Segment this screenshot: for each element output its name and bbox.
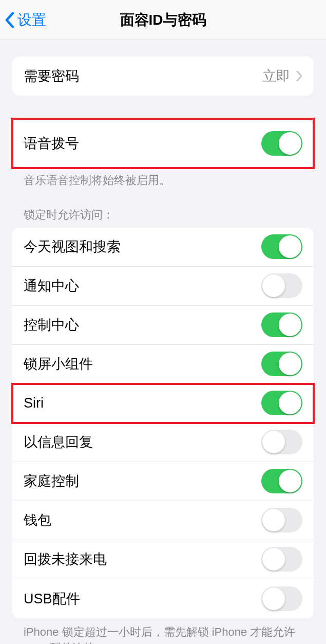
voice-dial-footer: 音乐语音控制将始终被启用。 xyxy=(12,167,314,189)
nav-header: 设置 面容ID与密码 xyxy=(0,0,326,40)
allow-access-toggle[interactable] xyxy=(261,352,302,376)
allow-access-label: 钱包 xyxy=(24,511,51,529)
require-passcode-row[interactable]: 需要密码 立即 xyxy=(12,57,314,96)
allow-access-label: 通知中心 xyxy=(24,277,79,295)
allow-access-group: 今天视图和搜索通知中心控制中心锁屏小组件Siri以信息回复家庭控制钱包回拨未接来… xyxy=(12,228,314,618)
allow-access-footer: iPhone 锁定超过一小时后，需先解锁 iPhone 才能允许USB 配件连接… xyxy=(12,618,314,644)
allow-access-row[interactable]: 今天视图和搜索 xyxy=(12,228,314,267)
allow-access-toggle[interactable] xyxy=(261,508,302,532)
allow-access-label: 以信息回复 xyxy=(24,433,93,451)
voice-dial-row[interactable]: 语音拨号 xyxy=(12,120,314,167)
require-passcode-value: 立即 xyxy=(262,67,290,85)
allow-access-row[interactable]: 控制中心 xyxy=(12,306,314,345)
allow-access-toggle[interactable] xyxy=(261,312,302,337)
allow-access-row[interactable]: 钱包 xyxy=(12,501,314,540)
chevron-left-icon xyxy=(5,12,14,28)
page-title: 面容ID与密码 xyxy=(0,10,326,30)
allow-access-label: 锁屏小组件 xyxy=(24,355,93,373)
back-button[interactable]: 设置 xyxy=(0,10,46,30)
allow-access-label: Siri xyxy=(24,395,44,411)
allow-access-label: 家庭控制 xyxy=(24,472,79,490)
require-passcode-label: 需要密码 xyxy=(24,67,79,85)
allow-access-row[interactable]: 锁屏小组件 xyxy=(12,345,314,384)
allow-access-row[interactable]: Siri xyxy=(12,384,314,423)
voice-dial-toggle[interactable] xyxy=(261,131,302,156)
allow-access-row[interactable]: 以信息回复 xyxy=(12,423,314,462)
allow-access-toggle[interactable] xyxy=(261,469,302,493)
passcode-group: 需要密码 立即 xyxy=(12,57,314,96)
voice-dial-group: 语音拨号 xyxy=(12,120,314,167)
back-label: 设置 xyxy=(17,10,46,30)
allow-access-row[interactable]: 回拨未接来电 xyxy=(12,540,314,579)
allow-access-row[interactable]: 通知中心 xyxy=(12,267,314,306)
allow-access-toggle[interactable] xyxy=(261,430,302,454)
allow-access-label: 今天视图和搜索 xyxy=(24,237,121,256)
allow-access-label: 回拨未接来电 xyxy=(24,550,107,568)
allow-access-label: 控制中心 xyxy=(24,316,79,334)
voice-dial-label: 语音拨号 xyxy=(24,134,79,153)
allow-access-toggle[interactable] xyxy=(261,273,302,298)
chevron-right-icon xyxy=(296,71,302,81)
allow-access-header: 锁定时允许访问： xyxy=(12,189,314,228)
allow-access-toggle[interactable] xyxy=(261,391,302,415)
allow-access-label: USB配件 xyxy=(24,590,80,608)
allow-access-row[interactable]: 家庭控制 xyxy=(12,462,314,501)
allow-access-toggle[interactable] xyxy=(261,586,302,611)
allow-access-toggle[interactable] xyxy=(261,234,302,259)
allow-access-row[interactable]: USB配件 xyxy=(12,579,314,618)
allow-access-toggle[interactable] xyxy=(261,547,302,572)
